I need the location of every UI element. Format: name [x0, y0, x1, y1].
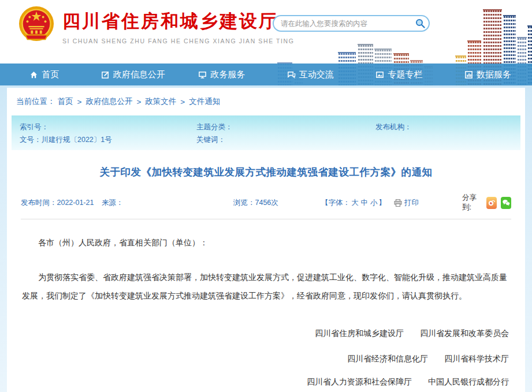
- meta-agency-label: 发布机构：: [375, 123, 412, 131]
- printer-icon: [394, 199, 402, 207]
- breadcrumb-item-notices[interactable]: 文件通知: [189, 96, 220, 107]
- signature-line: 四川省人力资源和社会保障厅 中国人民银行成都分行: [22, 377, 510, 387]
- home-icon: [29, 70, 38, 79]
- document-meta-box: 索引号： 主题分类： 发布机构： 文号：川建行规〔2022〕1号 关键词：: [12, 115, 520, 150]
- site-title-block: 四川省住房和城乡建设厅 SI CHUAN SHENG ZHU FANG HE C…: [62, 6, 295, 44]
- breadcrumb-label: 当前位置：: [16, 96, 55, 107]
- search-box: [273, 15, 430, 32]
- meta-index-label: 索引号：: [20, 123, 49, 131]
- meta-topic-label: 主题分类：: [196, 123, 233, 131]
- search-icon: [415, 18, 425, 28]
- meta-index: 索引号：: [20, 122, 196, 132]
- breadcrumb: 当前位置： 首页 > 政府信息公开 > 政策文件 > 文件通知: [7, 88, 525, 114]
- meta-keyword-label: 关键词：: [196, 136, 225, 144]
- nav-item-gov-info[interactable]: 政府信息公开: [89, 64, 178, 85]
- main-nav: 首页 政府信息公开 政务服务 互动交流 专题专栏: [0, 64, 532, 85]
- content-panel: 当前位置： 首页 > 政府信息公开 > 政策文件 > 文件通知 索引号： 主题分…: [7, 88, 525, 392]
- view-count: 浏览：7456次: [233, 198, 321, 208]
- print-label: 打印: [404, 198, 419, 208]
- breadcrumb-item-gov-info[interactable]: 政府信息公开: [85, 96, 132, 107]
- font-size-medium-button[interactable]: 中: [360, 199, 370, 207]
- nav-item-label: 数据服务: [477, 69, 511, 80]
- site-header: 四川省住房和城乡建设厅 SI CHUAN SHENG ZHU FANG HE C…: [0, 0, 532, 85]
- meta-topic: 主题分类：: [196, 122, 375, 132]
- paragraph: 各市（州）人民政府，省直相关部门（单位）：: [22, 233, 510, 252]
- nav-item-services[interactable]: 政务服务: [177, 64, 266, 85]
- meta-row: 文号：川建行规〔2022〕1号 关键词：: [20, 133, 512, 146]
- font-size-small-button[interactable]: 小: [369, 199, 379, 207]
- nav-item-data[interactable]: 数据服务: [444, 64, 532, 85]
- meta-agency: 发布机构：: [375, 122, 512, 132]
- image-icon: [375, 70, 384, 79]
- nav-item-topics[interactable]: 专题专栏: [355, 64, 444, 85]
- nav-item-home[interactable]: 首页: [0, 64, 89, 85]
- meta-docnum: 文号：川建行规〔2022〕1号: [20, 135, 196, 145]
- font-size-suffix: 】: [379, 199, 386, 207]
- chat-icon: [287, 70, 296, 79]
- site-title: 四川省住房和城乡建设厅: [62, 9, 295, 33]
- breadcrumb-item-home[interactable]: 首页: [58, 96, 73, 107]
- compose-icon: [101, 70, 110, 79]
- font-size-control: 【字体：大中小】: [321, 198, 394, 208]
- meta-docnum-label: 文号：: [20, 136, 42, 144]
- site-subtitle: SI CHUAN SHENG ZHU FANG HE CHENG XIANG J…: [62, 38, 295, 44]
- signature-line: 四川省经济和信息化厅 四川省科学技术厅: [22, 354, 510, 364]
- site-home-link[interactable]: 四川省住房和城乡建设厅 SI CHUAN SHENG ZHU FANG HE C…: [18, 6, 295, 44]
- breadcrumb-separator: >: [178, 98, 187, 106]
- grid-icon: [464, 70, 473, 79]
- source-label: 来源：: [102, 198, 233, 208]
- article-title: 关于印发《加快转变建筑业发展方式推动建筑强省建设工作方案》的通知: [7, 165, 525, 179]
- publish-date: 发布时间：2022-01-21: [21, 198, 102, 208]
- article-body: 各市（州）人民政府，省直相关部门（单位）： 为贯彻落实省委、省政府建筑强省决策部…: [7, 233, 525, 392]
- meta-keyword: 关键词：: [196, 135, 375, 145]
- search-input[interactable]: [274, 16, 411, 31]
- article-info-row: 发布时间：2022-01-21 来源： 浏览：7456次 【字体：大中小】 打印…: [21, 193, 511, 219]
- paragraph: 为贯彻落实省委、省政府建筑强省决策部署，加快转变建筑业发展方式，促进建筑工业化、…: [22, 268, 510, 305]
- nav-item-label: 政府信息公开: [113, 69, 165, 80]
- meta-row: 索引号： 主题分类： 发布机构：: [20, 121, 512, 133]
- meta-docnum-value: 川建行规〔2022〕1号: [42, 136, 112, 144]
- national-emblem-logo: [18, 6, 54, 44]
- nav-item-label: 互动交流: [299, 69, 334, 80]
- nav-item-label: 政务服务: [210, 69, 245, 80]
- share-label: 分享到:: [462, 193, 482, 212]
- search-button[interactable]: [411, 16, 429, 31]
- breadcrumb-item-policy[interactable]: 政策文件: [145, 96, 176, 107]
- nav-item-interaction[interactable]: 互动交流: [266, 64, 355, 85]
- nav-item-label: 专题专栏: [388, 69, 422, 80]
- breadcrumb-separator: >: [76, 98, 84, 106]
- signature-line: 四川省住房和城乡建设厅 四川省发展和改革委员会: [22, 328, 510, 339]
- font-size-prefix: 【字体：: [321, 199, 350, 207]
- breadcrumb-separator: >: [135, 98, 143, 106]
- monitor-icon: [198, 70, 207, 79]
- font-size-large-button[interactable]: 大: [350, 199, 360, 207]
- print-button[interactable]: 打印: [394, 198, 462, 208]
- weibo-share-icon[interactable]: [486, 197, 497, 209]
- share-bar: 分享到:: [462, 193, 511, 212]
- nav-item-label: 首页: [42, 69, 59, 80]
- wechat-share-icon[interactable]: [501, 197, 511, 209]
